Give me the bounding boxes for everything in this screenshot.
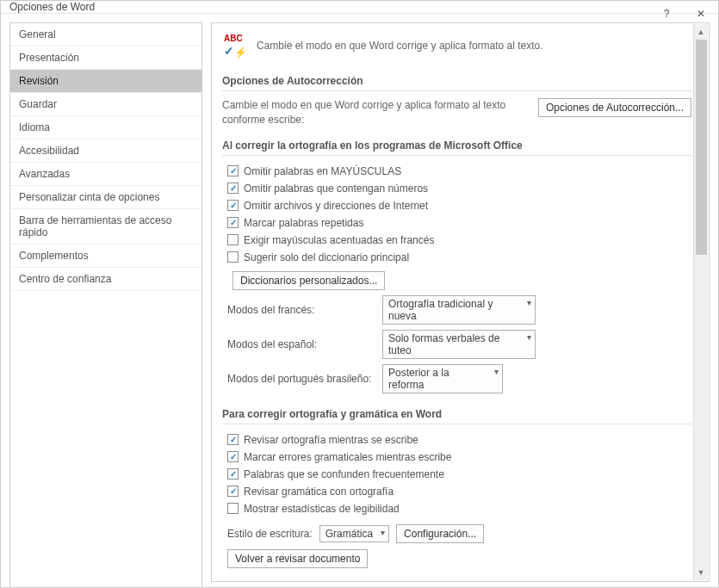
chk-french-accents[interactable] [227,234,239,245]
dialog-body: General Presentación Revisión Guardar Id… [1,14,718,588]
chk-grammar-with-spell[interactable] [227,486,239,497]
scroll-thumb[interactable] [696,40,707,255]
lbl-spell-as-type: Revisar ortografía mientras se escribe [244,434,418,446]
lbl-numbers: Omitir palabras que contengan números [244,183,428,195]
lbl-grammar-errors: Marcar errores gramaticales mientras esc… [244,451,451,463]
content-panel: ABC ✓ ⚡ Cambie el modo en que Word corri… [211,22,710,582]
french-modes-select[interactable]: Ortografía tradicional y nueva [382,295,536,325]
writing-style-label: Estilo de escritura: [227,528,313,540]
chk-internet[interactable] [227,200,239,211]
portuguese-modes-select[interactable]: Posterior a la reforma [382,364,503,393]
sidebar-item-complementos[interactable]: Complementos [10,244,201,268]
sidebar-item-cinta[interactable]: Personalizar cinta de opciones [10,186,201,209]
recheck-document-button[interactable]: Volver a revisar documento [227,549,368,568]
chk-numbers[interactable] [227,183,239,194]
sidebar-item-idioma[interactable]: Idioma [10,116,201,139]
chk-readability[interactable] [227,503,239,514]
chk-grammar-errors[interactable] [227,451,239,462]
lbl-grammar-with-spell: Revisar gramática con ortografía [244,486,394,498]
window-title: Opciones de Word [9,1,95,13]
chk-uppercase[interactable] [227,165,239,176]
header-text: Cambie el modo en que Word corrige y apl… [257,40,543,52]
chk-repeated[interactable] [227,217,239,228]
spanish-modes-label: Modos del español: [227,338,375,350]
sidebar-item-general[interactable]: General [10,23,201,46]
scrollbar[interactable]: ▲ ▼ [693,24,708,580]
sidebar-item-guardar[interactable]: Guardar [10,93,201,116]
sidebar-item-avanzadas[interactable]: Avanzadas [10,163,201,186]
section-spelling-office-title: Al corregir la ortografía en los program… [222,136,691,156]
titlebar: Opciones de Word ? ✕ [1,1,718,14]
sidebar: General Presentación Revisión Guardar Id… [9,22,202,588]
lbl-main-dict: Sugerir solo del diccionario principal [244,251,409,263]
custom-dictionaries-button[interactable]: Diccionarios personalizados... [232,271,385,290]
proofing-icon: ABC ✓ ⚡ [222,34,248,58]
section-spelling-word-title: Para corregir ortografía y gramática en … [222,405,691,424]
chk-spell-as-type[interactable] [227,434,239,445]
portuguese-modes-label: Modos del portugués brasileño: [227,373,375,385]
sidebar-item-presentacion[interactable]: Presentación [10,46,201,70]
sidebar-item-confianza[interactable]: Centro de confianza [10,268,201,291]
spanish-modes-select[interactable]: Solo formas verbales de tuteo [382,330,536,359]
autocorrect-desc: Cambie el modo en que Word corrige y apl… [222,98,528,127]
lbl-internet: Omitir archivos y direcciones de Interne… [244,200,428,212]
autocorrect-options-button[interactable]: Opciones de Autocorrección... [538,98,691,117]
grammar-settings-button[interactable]: Configuración... [396,524,484,543]
lbl-readability: Mostrar estadísticas de legibilidad [244,503,400,515]
sidebar-item-barra[interactable]: Barra de herramientas de acceso rápido [10,209,201,244]
content-wrap: ABC ✓ ⚡ Cambie el modo en que Word corri… [211,22,710,588]
french-modes-label: Modos del francés: [227,304,375,316]
options-dialog: Opciones de Word ? ✕ General Presentació… [0,0,719,588]
scroll-up-icon[interactable]: ▲ [694,24,708,39]
writing-style-select[interactable]: Gramática [319,525,389,542]
sidebar-item-revision[interactable]: Revisión [10,70,201,93]
scroll-down-icon[interactable]: ▼ [694,566,708,580]
lbl-uppercase: Omitir palabras en MAYÚSCULAS [244,165,401,177]
sidebar-item-accesibilidad[interactable]: Accesibilidad [10,139,201,163]
chk-confused-words[interactable] [227,468,239,480]
lbl-confused-words: Palabras que se confunden frecuentemente [244,468,444,480]
lbl-french-accents: Exigir mayúsculas acentuadas en francés [244,234,434,246]
chk-main-dict[interactable] [227,251,239,263]
lbl-repeated: Marcar palabras repetidas [244,217,363,229]
section-autocorrect-title: Opciones de Autocorrección [222,71,691,91]
